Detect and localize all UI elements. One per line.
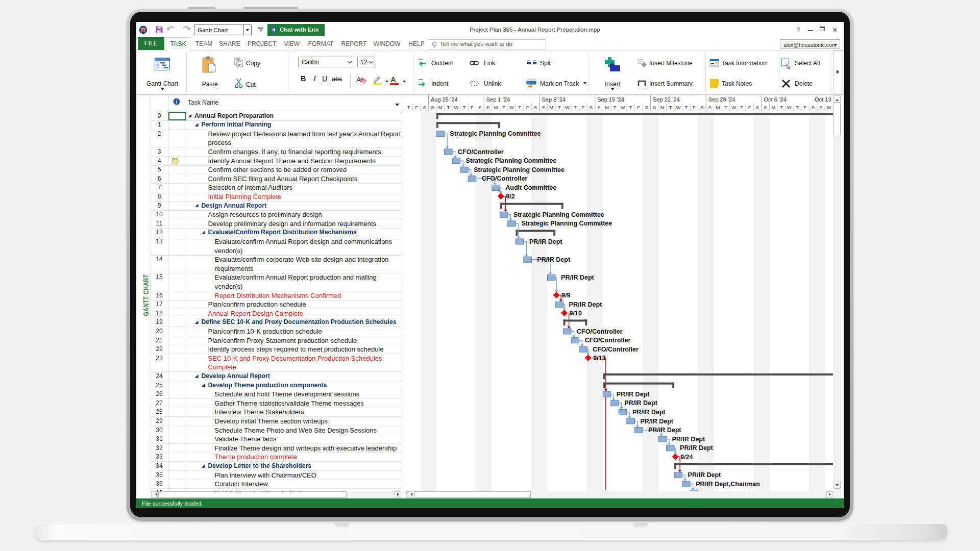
svg-text:9/9: 9/9 [561, 292, 570, 299]
svg-text:S: S [478, 105, 481, 110]
svg-text:PR/IR Dept: PR/IR Dept [640, 418, 673, 425]
svg-text:S: S [764, 105, 767, 110]
svg-text:S: S [819, 105, 822, 110]
svg-text:CFO/Controller: CFO/Controller [481, 175, 527, 182]
svg-text:S: S [645, 105, 648, 110]
svg-text:M: M [827, 105, 831, 110]
svg-text:Audit Committee: Audit Committee [505, 184, 556, 191]
svg-text:PR/IR Dept: PR/IR Dept [529, 238, 562, 245]
svg-text:PR/IR Dept: PR/IR Dept [648, 427, 681, 434]
svg-text:Strategic Planning Committee: Strategic Planning Committee [465, 157, 556, 164]
svg-text:M: M [494, 105, 498, 110]
svg-text:F: F [526, 105, 529, 110]
svg-text:T: T [557, 105, 560, 110]
svg-text:S: S [653, 105, 656, 110]
svg-text:F: F [581, 105, 584, 110]
svg-text:S: S [534, 105, 537, 110]
svg-text:PR/IR Dept: PR/IR Dept [569, 301, 602, 308]
svg-text:T: T [518, 105, 521, 110]
svg-text:T: T [724, 105, 727, 110]
svg-text:W: W [620, 105, 625, 110]
svg-text:T: T [795, 105, 798, 110]
svg-text:Sep 22 ’24: Sep 22 ’24 [653, 96, 680, 103]
svg-text:PR/IR Dept: PR/IR Dept [624, 399, 657, 407]
svg-text:T: T [779, 105, 782, 110]
svg-text:Oct 6 ’24: Oct 6 ’24 [764, 96, 786, 103]
svg-text:W: W [565, 105, 569, 110]
svg-text:F: F [803, 105, 806, 110]
svg-text:T: T [684, 105, 688, 110]
svg-text:Sep 1 ’24: Sep 1 ’24 [486, 96, 509, 103]
svg-text:S: S [708, 105, 711, 110]
svg-text:S: S [756, 105, 759, 110]
svg-text:PR/IR Dept: PR/IR Dept [632, 409, 665, 416]
svg-text:S: S [811, 105, 814, 110]
svg-text:T: T [462, 105, 465, 110]
svg-text:M: M [438, 105, 442, 110]
svg-text:T: T [447, 105, 450, 110]
svg-text:9/24: 9/24 [680, 454, 693, 461]
svg-text:S: S [486, 105, 489, 110]
svg-text:W: W [787, 105, 791, 110]
svg-text:W: W [731, 105, 736, 110]
svg-text:T: T [629, 105, 632, 110]
svg-text:M: M [716, 105, 720, 110]
svg-text:M: M [660, 105, 664, 110]
svg-text:PR/IR Dept: PR/IR Dept [537, 256, 570, 263]
svg-text:Strategic Planning Committee: Strategic Planning Committee [521, 220, 612, 227]
svg-text:S: S [542, 105, 545, 110]
svg-text:T: T [407, 105, 410, 110]
svg-text:M: M [605, 105, 609, 110]
svg-text:F: F [415, 105, 418, 110]
svg-text:Strategic Planning Committee: Strategic Planning Committee [474, 166, 565, 173]
svg-text:T: T [573, 105, 576, 110]
svg-text:T: T [669, 105, 672, 110]
svg-text:CFO/Controller: CFO/Controller [577, 328, 623, 335]
svg-text:PR/IR Dept: PR/IR Dept [616, 391, 649, 398]
svg-text:S: S [597, 105, 600, 110]
svg-text:i: i [176, 99, 178, 105]
svg-text:9/2: 9/2 [506, 193, 514, 200]
svg-text:W: W [676, 105, 680, 110]
svg-text:S: S [700, 105, 703, 110]
svg-text:S: S [589, 105, 592, 110]
svg-text:M: M [771, 105, 775, 110]
svg-text:Strategic Planning Committee: Strategic Planning Committee [513, 211, 604, 218]
svg-text:Aug 25 ’24: Aug 25 ’24 [431, 96, 458, 103]
svg-text:T: T [502, 105, 505, 110]
svg-text:W: W [509, 105, 514, 110]
svg-text:A: A [390, 75, 396, 84]
svg-text:F: F [637, 105, 640, 110]
svg-text:Sep 29 ’24: Sep 29 ’24 [708, 96, 735, 103]
svg-text:PR/IR Dept: PR/IR Dept [680, 444, 713, 452]
svg-text:PR/IR Dept: PR/IR Dept [561, 274, 594, 281]
svg-text:CFO/Controller: CFO/Controller [458, 148, 504, 156]
svg-text:Sep 15 ’24: Sep 15 ’24 [597, 96, 624, 103]
svg-text:Oct 13: Oct 13 [815, 96, 831, 103]
svg-text:PR/IR Dept: PR/IR Dept [688, 471, 721, 479]
svg-text:S: S [431, 105, 434, 110]
svg-text:F: F [748, 105, 751, 110]
svg-text:Strategic Planning Committee: Strategic Planning Committee [450, 130, 541, 137]
svg-text:9/10: 9/10 [569, 310, 581, 317]
svg-text:Sep 8 ’24: Sep 8 ’24 [542, 96, 565, 103]
svg-text:S: S [423, 105, 426, 110]
svg-text:T: T [613, 105, 616, 110]
svg-text:PR/IR Dept: PR/IR Dept [672, 436, 705, 443]
svg-text:T: T [740, 105, 743, 110]
svg-text:F: F [692, 105, 695, 110]
svg-text:9/13: 9/13 [593, 355, 605, 362]
svg-text:W: W [454, 105, 458, 110]
svg-text:PR/IR Dept,Chairman: PR/IR Dept,Chairman [696, 481, 760, 488]
svg-text:F: F [470, 105, 473, 110]
svg-text:CFO/Controller: CFO/Controller [584, 337, 630, 344]
svg-text:M: M [549, 105, 553, 110]
svg-text:CFO/Controller: CFO/Controller [593, 346, 639, 353]
